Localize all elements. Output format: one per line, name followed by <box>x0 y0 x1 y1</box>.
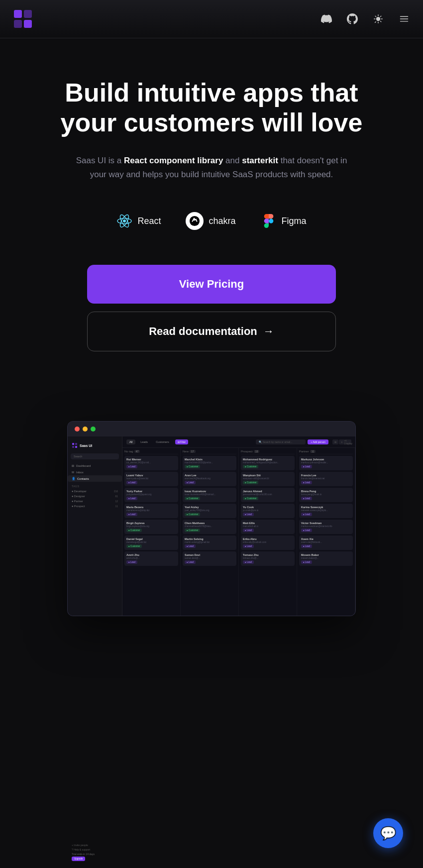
col-new-header: New 17 <box>183 450 236 454</box>
navbar <box>0 0 423 38</box>
card-wanpisan-siti: Wanpisan Siti wanpisan-siti3@concert.bl … <box>241 472 295 486</box>
grid-view-button: ⊞ <box>332 439 338 444</box>
logo[interactable] <box>12 8 34 30</box>
subtitle-bold1: React component library <box>124 156 223 165</box>
tab-all: All <box>126 439 135 444</box>
card-tomasz-zhu: Tomasz Zhu tomasz.zhu@... ● Lead <box>241 551 295 566</box>
theme-icon[interactable] <box>371 12 385 26</box>
svg-rect-1 <box>24 10 32 18</box>
tech-figma: Figma <box>261 213 307 229</box>
read-docs-label: Read documentation <box>149 325 257 338</box>
screenshot-section: Saas UI Search ⊞Dashboard ✉Inbox 👤Contac… <box>0 421 423 646</box>
brand-name: Saas UI <box>80 444 92 447</box>
card-maria-bezera: Maria Bezera mariabezerra@dnip.biz ● Lea… <box>124 504 178 518</box>
card-martin-selsing: Martin Selsing martin-selsing@gmail.biz … <box>183 536 236 550</box>
svg-point-4 <box>123 219 126 222</box>
card-yu-cook: Yu Cook yu.cook@pre.io ● Lead <box>241 504 295 518</box>
column-prospect: Prospect 13 Mohammed Rodriguez mohammed_… <box>239 448 297 616</box>
chat-icon: 💬 <box>380 826 396 841</box>
nav-icons <box>319 12 411 26</box>
figma-icon <box>261 213 277 229</box>
column-notag: No tag 47 Rut Werner rut_werner.242@ui-i… <box>122 448 181 616</box>
card-chen-matthews: Chen Matthews chenmatthews6078@ikea... ●… <box>183 520 236 534</box>
card-mosem-baker: Mosem Baker mosem.baker@... ● Lead <box>299 551 353 566</box>
figma-label: Figma <box>282 216 307 226</box>
card-amrit-zhu: Amrit Zhu amrit.zhu@... ● Lead <box>124 551 178 566</box>
card-isaac-kuznetsov: Isaac Kuznetsov isaac.kuznetsov469@hotma… <box>183 488 236 502</box>
column-new: New 17 Marchel Klein marchel.klein1833@p… <box>181 448 239 616</box>
add-person-button: + Add person <box>308 439 328 444</box>
sidebar-search: Search <box>71 453 119 459</box>
svg-rect-11 <box>72 446 74 448</box>
app-content: Saas UI Search ⊞Dashboard ✉Inbox 👤Contac… <box>68 436 355 616</box>
tech-chakra: chakra <box>186 212 235 230</box>
svg-rect-0 <box>14 10 22 18</box>
react-icon <box>116 213 132 229</box>
sidebar-nav-inbox: ✉Inbox <box>68 469 122 475</box>
card-yael-atzley: Yael Atzley yael_atzley708@ons.org ● Cus… <box>183 504 236 518</box>
svg-rect-9 <box>72 443 74 445</box>
card-aran-lee: Aran Lee aran.lee24@facebook.org ● Lead <box>183 472 236 486</box>
subtitle-mid: and <box>225 156 242 165</box>
sidebar-nav-contacts: 👤Contacts <box>68 475 122 482</box>
tags-section-label: Tags <box>68 482 122 489</box>
discord-icon[interactable] <box>319 12 333 26</box>
card-saman-devi: Saman Devi saman.devi@... ● Lead <box>183 551 236 566</box>
app-toolbar: All Leads Customers ⊞ Filter 🔍 Search by… <box>122 436 355 448</box>
column-partner: Partner 11 Markusz Johnson markusz.johns… <box>297 448 355 616</box>
card-rut-werner: Rut Werner rut_werner.242@ui-intl... ● L… <box>124 456 178 470</box>
filter-button: ⊞ Filter <box>175 439 189 444</box>
buttons-section: View Pricing Read documentation → <box>87 265 336 351</box>
card-marchel-klein: Marchel Klein marchel.klein1833@prelox..… <box>183 456 236 470</box>
card-yuriy-parker: Yuriy Parker yuriyparker42@quest.org ● L… <box>124 488 178 502</box>
app-sidebar: Saas UI Search ⊞Dashboard ✉Inbox 👤Contac… <box>68 436 122 616</box>
github-icon[interactable] <box>345 12 359 26</box>
window-minimize-dot <box>83 427 88 432</box>
view-pricing-button[interactable]: View Pricing <box>87 265 336 304</box>
card-daniel-segal: Daniel Segal danielsegal@aln.biz ● Custo… <box>124 536 178 550</box>
svg-point-8 <box>190 216 200 226</box>
app-brand: Saas UI <box>68 440 122 452</box>
card-karina-szewczyk: Karina Szewczyk natasiak.szewczyk@riplo.… <box>299 504 353 518</box>
card-victor-svedman: Victor Svedman markus-svedman@internet.i… <box>299 520 353 534</box>
react-label: React <box>137 216 161 226</box>
tag-designer: ● Designer61 <box>68 494 122 499</box>
card-francis-lee: Francis Lee francis.lee@internet.net ● L… <box>299 472 353 486</box>
col-partner-header: Partner 11 <box>299 450 353 454</box>
subtitle-bold2: starterkit <box>242 156 278 165</box>
tab-leads: Leads <box>137 439 151 444</box>
toolbar-search: 🔍 Search by name or email... <box>256 439 306 444</box>
card-binna-peng: Binna Peng binna.peng@hook.io ● Lead <box>299 488 353 502</box>
chat-fab[interactable]: 💬 <box>373 818 403 848</box>
sidebar-nav-dashboard: ⊞Dashboard <box>68 462 122 469</box>
svg-rect-12 <box>75 446 77 448</box>
card-matt-ellis: Matt Ellis matt.ellis3-ail.io ● Lead <box>241 520 295 534</box>
tag-prospect: ● Prospect11 <box>68 504 122 509</box>
hero-title: Build intuitive apps that your customers… <box>42 78 381 138</box>
tag-developer: ● Developer216 <box>68 489 122 494</box>
kanban-columns: No tag 47 Rut Werner rut_werner.242@ui-i… <box>122 448 355 616</box>
app-main: All Leads Customers ⊞ Filter 🔍 Search by… <box>122 436 355 616</box>
hero-subtitle: Saas UI is a React component library and… <box>67 154 356 183</box>
read-docs-button[interactable]: Read documentation → <box>87 312 336 351</box>
svg-rect-3 <box>24 20 32 28</box>
arrow-right-icon: → <box>263 325 274 338</box>
chakra-label: chakra <box>209 216 235 226</box>
svg-rect-2 <box>14 20 22 28</box>
menu-icon[interactable] <box>397 12 411 26</box>
card-xoem-xie: Xoem Xie xoem-xie@fxkbook... ● Lead <box>299 536 353 550</box>
card-janusz-ahmed: Janusz Ahmed januszahmed@corfu100.com ● … <box>241 488 295 502</box>
card-erika-abru: Erika Abru erika-aby@outlook.com ● Lead <box>241 536 295 550</box>
display-button: ⊟ Display <box>345 439 351 444</box>
card-markusz-johnson: Markusz Johnson markusz.johnson@mailer..… <box>299 456 353 470</box>
card-laami-yabuv: Laami Yabuv laami.yabuv@men.biz ● Lead <box>124 472 178 486</box>
tab-customers: Customers <box>153 439 172 444</box>
window-maximize-dot <box>91 427 96 432</box>
subtitle-plain: Saas UI is a <box>76 156 124 165</box>
card-birgit-zayteva: Birgit Zayteva birgit.zayteva@olia.org ●… <box>124 520 178 534</box>
card-mohammed-rodriguez: Mohammed Rodriguez mohammed_rodriguez024… <box>241 456 295 470</box>
screenshot-titlebar <box>68 422 355 436</box>
svg-rect-10 <box>75 443 77 445</box>
hero-section: Build intuitive apps that your customers… <box>0 38 423 421</box>
tech-react: React <box>116 213 161 229</box>
